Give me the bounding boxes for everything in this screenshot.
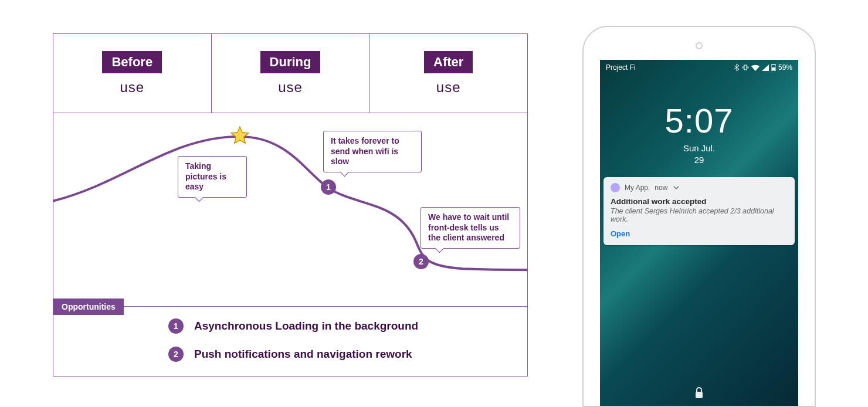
callout-wait-frontdesk: We have to wait until front-desk tells u… xyxy=(421,207,520,249)
chevron-down-icon[interactable] xyxy=(673,184,679,192)
status-icons: 59% xyxy=(734,63,792,72)
notification-header: My App. now xyxy=(611,183,788,192)
phase-before: Before use xyxy=(53,34,211,113)
phase-tag: Before xyxy=(102,51,162,73)
callout-easy-pictures: Taking pictures is easy xyxy=(178,156,247,198)
star-icon xyxy=(230,126,249,145)
opportunities-tag: Opportunities xyxy=(53,299,124,315)
lockscreen-clock: 5:07 xyxy=(600,101,798,140)
date-line-2: 29 xyxy=(600,154,798,166)
bluetooth-icon xyxy=(734,64,740,71)
phase-tag: During xyxy=(260,51,321,73)
phase-tag: After xyxy=(424,51,473,73)
notification-time: now xyxy=(655,184,667,192)
svg-marker-0 xyxy=(231,127,248,143)
curve-area: Taking pictures is easy It takes forever… xyxy=(53,113,527,307)
phase-row: Before use During use After use xyxy=(53,34,527,113)
opportunities-list: 1 Asynchronous Loading in the background… xyxy=(168,318,418,362)
opportunities-section: Opportunities 1 Asynchronous Loading in … xyxy=(53,307,527,376)
journey-map: Before use During use After use Taking p… xyxy=(53,33,528,377)
notification-body: The client Serges Heinrich accepted 2/3 … xyxy=(611,207,788,223)
notification-app-name: My App. xyxy=(625,184,650,192)
notification-title: Additional work accepted xyxy=(611,197,788,206)
svg-rect-5 xyxy=(696,392,703,398)
opportunity-number: 1 xyxy=(168,318,184,334)
phone-speaker-dot xyxy=(696,42,703,49)
phone-device-frame: Project Fi 59% 5:07 xyxy=(582,26,816,407)
svg-rect-3 xyxy=(772,64,775,65)
lock-icon xyxy=(694,387,704,401)
phone-lockscreen[interactable]: Project Fi 59% 5:07 xyxy=(600,60,798,406)
opportunity-text: Push notifications and navigation rework xyxy=(194,348,412,361)
opportunity-row: 2 Push notifications and navigation rewo… xyxy=(168,347,418,362)
status-bar: Project Fi 59% xyxy=(600,60,798,75)
callout-slow-wifi: It takes forever to send when wifi is sl… xyxy=(323,131,422,172)
pain-point-marker-2: 2 xyxy=(413,254,429,269)
opportunity-number: 2 xyxy=(168,347,184,362)
battery-icon xyxy=(771,64,776,71)
phase-during: During use xyxy=(211,34,369,113)
wifi-icon xyxy=(751,65,760,71)
phase-sub: use xyxy=(436,79,461,96)
pain-point-marker-1: 1 xyxy=(321,179,336,195)
notification-open-action[interactable]: Open xyxy=(611,229,788,238)
date-line-1: Sun Jul. xyxy=(600,143,798,154)
vibrate-icon xyxy=(742,64,749,71)
svg-rect-4 xyxy=(772,67,775,70)
opportunity-row: 1 Asynchronous Loading in the background xyxy=(168,318,418,334)
phase-after: After use xyxy=(369,34,527,113)
carrier-label: Project Fi xyxy=(606,63,636,72)
battery-percent: 59% xyxy=(778,63,792,72)
phase-sub: use xyxy=(278,79,303,96)
svg-rect-1 xyxy=(744,65,747,70)
app-icon xyxy=(611,183,620,192)
lockscreen-date: Sun Jul. 29 xyxy=(600,143,798,165)
phase-sub: use xyxy=(120,79,144,96)
signal-icon xyxy=(762,65,769,71)
opportunity-text: Asynchronous Loading in the background xyxy=(194,320,418,333)
notification-card[interactable]: My App. now Additional work accepted The… xyxy=(603,177,795,245)
